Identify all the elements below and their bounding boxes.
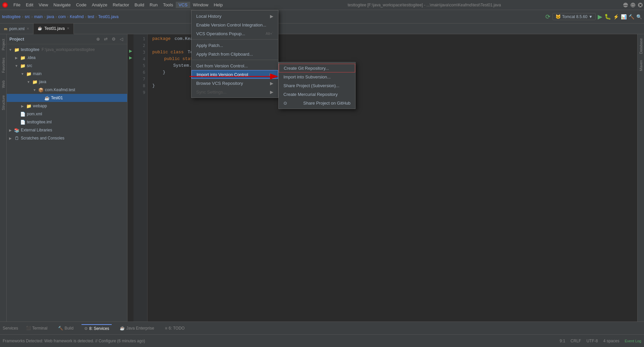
event-log-button[interactable]: Event Log — [625, 339, 641, 343]
breadcrumb-keafmd[interactable]: Keafmd — [70, 14, 84, 19]
breadcrumb-test[interactable]: test — [88, 14, 94, 19]
apply-patch-label: Apply Patch... — [196, 43, 223, 48]
right-panel-database[interactable]: Database — [638, 36, 644, 57]
import-subversion-item[interactable]: Import into Subversion... — [279, 72, 355, 81]
tree-item-webapp[interactable]: ▶ 📁 webapp — [7, 102, 127, 110]
menu-tools[interactable]: Tools — [160, 2, 176, 8]
import-submenu[interactable]: Create Git Repository... Import into Sub… — [278, 62, 356, 109]
tree-item-java[interactable]: ▼ 📁 java — [7, 78, 127, 86]
left-vtab-project[interactable]: Project — [1, 36, 6, 54]
breadcrumb-file[interactable]: Test01.java — [98, 14, 119, 19]
search-everywhere-icon[interactable]: 🔍 — [636, 14, 642, 19]
left-vtab-structure[interactable]: Structure — [1, 92, 6, 114]
menu-vcs[interactable]: VCS — [176, 2, 190, 8]
tree-item-pom[interactable]: 📄 pom.xml — [7, 110, 127, 118]
debug-button[interactable]: 🐛 — [604, 13, 611, 20]
tree-arrow-src: ▼ — [14, 63, 19, 68]
menu-run[interactable]: Run — [147, 2, 160, 8]
right-panel-maven[interactable]: Maven — [638, 57, 644, 74]
local-history-label: Local History — [196, 14, 221, 19]
run-marker-3[interactable]: ▶ — [129, 49, 132, 53]
breadcrumb-com[interactable]: com — [58, 14, 66, 19]
menu-navigate[interactable]: Navigate — [51, 2, 73, 8]
create-git-repo-item[interactable]: Create Git Repository... — [279, 64, 355, 72]
run-button[interactable]: ▶ — [598, 13, 602, 20]
java-folder-icon: 📁 — [32, 79, 38, 84]
vcs-update-icon[interactable]: ⟳ — [545, 13, 550, 20]
vcs-menu-apply-patch-clipboard[interactable]: Apply Patch from Clipboard... — [192, 50, 278, 58]
menu-edit[interactable]: Edit — [23, 2, 36, 8]
share-svn-label: Share Project (Subversion)... — [283, 83, 339, 88]
tree-label-main: main — [33, 71, 42, 76]
status-indent[interactable]: 4 spaces — [603, 339, 619, 343]
sidebar-sync-button[interactable]: ⇄ — [103, 36, 109, 42]
menu-view[interactable]: View — [36, 2, 51, 8]
left-vtab-web[interactable]: Web — [1, 77, 6, 91]
tab-build[interactable]: 🔨 Build — [55, 325, 76, 332]
tree-item-package[interactable]: ▼ 📦 com.Keafmd.test — [7, 86, 127, 94]
create-mercurial-item[interactable]: Create Mercurial Repository — [279, 90, 355, 99]
share-svn-item[interactable]: Share Project (Subversion)... — [279, 81, 355, 90]
line-num-4: 4 — [133, 56, 145, 62]
tab-services[interactable]: ⚙ 8: Services — [82, 324, 112, 332]
breadcrumb-project[interactable]: testtogitee — [2, 14, 20, 19]
tree-item-iml[interactable]: 📄 testtogitee.iml — [7, 118, 127, 126]
tree-item-test01[interactable]: ☕ Test01 — [7, 94, 127, 102]
coverage-button[interactable]: ⚡ — [613, 14, 619, 19]
github-icon: ⊙ — [283, 101, 287, 106]
status-crlf[interactable]: CRLF — [571, 339, 581, 343]
tree-arrow-java: ▼ — [26, 79, 31, 84]
sidebar-collapse-button[interactable]: ◁ — [118, 36, 124, 42]
maximize-button[interactable]: □ — [631, 3, 635, 7]
run-marker-4[interactable]: ▶ — [129, 55, 132, 60]
menu-code[interactable]: Code — [73, 2, 89, 8]
tree-item-main[interactable]: ▼ 📁 main — [7, 70, 127, 78]
vcs-menu[interactable]: Local History ▶ Enable Version Control I… — [191, 10, 278, 98]
breadcrumb-java[interactable]: java — [47, 14, 54, 19]
vcs-separator-2 — [192, 60, 278, 60]
minimize-button[interactable]: — — [623, 3, 628, 7]
tree-label-iml: testtogitee.iml — [27, 120, 52, 124]
tree-item-idea[interactable]: ▶ 📁 .idea — [7, 54, 127, 62]
tab-pom-xml[interactable]: m pom.xml ✕ — [0, 23, 34, 34]
vcs-menu-browse-vcs[interactable]: Browse VCS Repository ▶ — [192, 79, 278, 88]
left-vtab-favorites[interactable]: Favorites — [1, 54, 6, 76]
vcs-menu-enable-vcs[interactable]: Enable Version Control Integration... — [192, 20, 278, 29]
breadcrumb-main[interactable]: main — [34, 14, 43, 19]
tree-item-ext-libs[interactable]: ▶ 📚 External Libraries — [7, 126, 127, 134]
profile-button[interactable]: 📊 — [621, 14, 627, 19]
build-button[interactable]: 🔨 — [629, 14, 634, 19]
tab-close-pom[interactable]: ✕ — [26, 27, 29, 31]
gutter-5 — [127, 61, 133, 68]
status-position[interactable]: 9:1 — [559, 339, 565, 343]
menu-build[interactable]: Build — [132, 2, 147, 8]
vcs-menu-import-vc[interactable]: Import into Version Control ▶ — [192, 70, 278, 79]
sidebar-add-button[interactable]: ⊕ — [95, 36, 101, 42]
tomcat-selector[interactable]: 🐱 Tomcat 8.5.60 ▼ — [552, 13, 596, 20]
menu-window[interactable]: Window — [190, 2, 211, 8]
vcs-menu-operations-popup[interactable]: VCS Operations Popup... Alt+` — [192, 29, 278, 38]
vcs-menu-local-history[interactable]: Local History ▶ — [192, 12, 278, 20]
tree-item-src[interactable]: ▼ 📁 src — [7, 62, 127, 70]
sidebar-settings-button[interactable]: ⚙ — [110, 36, 117, 42]
share-github-item[interactable]: ⊙ Share Project on GitHub — [279, 99, 355, 107]
tab-java-enterprise[interactable]: ☕ Java Enterprise — [117, 325, 157, 332]
menu-help[interactable]: Help — [211, 2, 225, 8]
tab-terminal[interactable]: ⬛ Terminal — [23, 325, 50, 332]
java-enterprise-icon: ☕ — [120, 326, 125, 331]
menu-refactor[interactable]: Refactor — [110, 2, 132, 8]
vcs-menu-sync-settings[interactable]: Sync Settings... ▶ — [192, 88, 278, 96]
menu-analyze[interactable]: Analyze — [89, 2, 110, 8]
tree-item-scratches[interactable]: ▶ 🗒 Scratches and Consoles — [7, 134, 127, 142]
vcs-menu-apply-patch[interactable]: Apply Patch... — [192, 41, 278, 50]
menu-file[interactable]: File — [11, 2, 23, 8]
vcs-menu-get-vcs[interactable]: Get from Version Control... — [192, 61, 278, 70]
tab-test01[interactable]: ☕ Test01.java ✕ — [34, 23, 74, 34]
tab-close-test01[interactable]: ✕ — [67, 26, 69, 30]
breadcrumb-src[interactable]: src — [24, 14, 30, 19]
tree-item-project-root[interactable]: ▼ 📁 testtogitee F:\java_workspace\testto… — [7, 46, 127, 54]
scratches-icon: 🗒 — [14, 135, 19, 141]
close-button[interactable]: ✕ — [638, 3, 643, 7]
tab-todo[interactable]: ≡ 6: TODO — [162, 325, 187, 332]
status-charset[interactable]: UTF-8 — [586, 339, 598, 343]
